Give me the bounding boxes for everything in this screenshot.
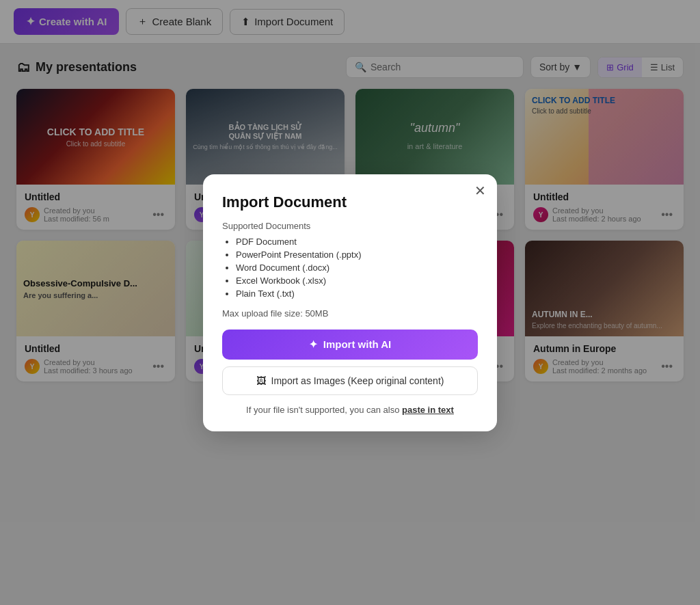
paste-text-area: If your file isn't supported, you can al… [222,405,478,415]
import-as-images-button[interactable]: 🖼 Import as Images (Keep original conten… [222,366,478,395]
paste-prefix: If your file isn't supported, you can al… [246,405,402,415]
import-document-modal: ✕ Import Document Supported Documents PD… [203,174,497,431]
paste-in-text-link[interactable]: paste in text [402,405,454,415]
modal-title: Import Document [222,193,478,211]
sparkle-icon: ✦ [309,338,318,351]
list-item: Plain Text (.txt) [236,288,478,299]
modal-overlay[interactable]: ✕ Import Document Supported Documents PD… [0,0,700,605]
supported-docs-list: PDF Document PowerPoint Presentation (.p… [222,237,478,299]
import-ai-label: Import with AI [323,338,391,350]
modal-close-button[interactable]: ✕ [474,184,486,198]
max-file-size-label: Max upload file size: 50MB [222,308,478,319]
import-images-label: Import as Images (Keep original content) [271,375,444,386]
image-icon: 🖼 [256,375,266,386]
list-item: PDF Document [236,237,478,247]
supported-docs-label: Supported Documents [222,221,478,231]
list-item: Excel Workbook (.xlsx) [236,275,478,286]
list-item: Word Document (.docx) [236,263,478,273]
import-with-ai-button[interactable]: ✦ Import with AI [222,330,478,360]
list-item: PowerPoint Presentation (.pptx) [236,250,478,260]
